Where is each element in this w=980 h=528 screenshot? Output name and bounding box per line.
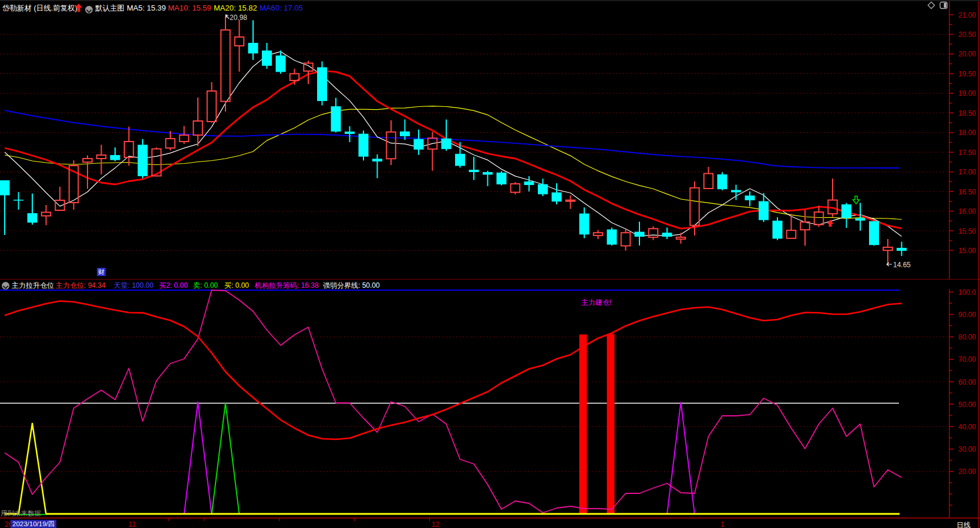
svg-text:16.00: 16.00 [958,207,976,216]
svg-text:20.50: 20.50 [958,31,976,39]
svg-text:30.00: 30.00 [958,445,976,453]
svg-text:20.98: 20.98 [230,14,247,22]
svg-text:17.50: 17.50 [958,149,976,157]
svg-text:20.00: 20.00 [958,50,976,58]
svg-text:19.50: 19.50 [958,70,976,78]
svg-text:70.00: 70.00 [958,355,976,364]
svg-text:60.00: 60.00 [958,378,976,386]
svg-text:21.00: 21.00 [958,11,976,19]
svg-text:18.00: 18.00 [958,129,976,137]
svg-text:20.00: 20.00 [958,468,976,476]
svg-text:15.50: 15.50 [958,227,976,236]
svg-text:18.50: 18.50 [958,109,976,117]
svg-text:80.00: 80.00 [958,333,976,341]
svg-text:16.50: 16.50 [958,188,976,196]
svg-text:40.00: 40.00 [958,423,976,431]
svg-text:19.00: 19.00 [958,89,976,97]
svg-text:17.00: 17.00 [958,168,976,176]
svg-text:主力建仓!: 主力建仓! [581,298,611,307]
svg-text:90.00: 90.00 [958,311,976,319]
svg-text:15.00: 15.00 [958,247,976,255]
svg-text:100.0: 100.0 [958,288,976,297]
svg-text:50.00: 50.00 [958,401,976,409]
svg-text:14.65: 14.65 [893,261,911,269]
